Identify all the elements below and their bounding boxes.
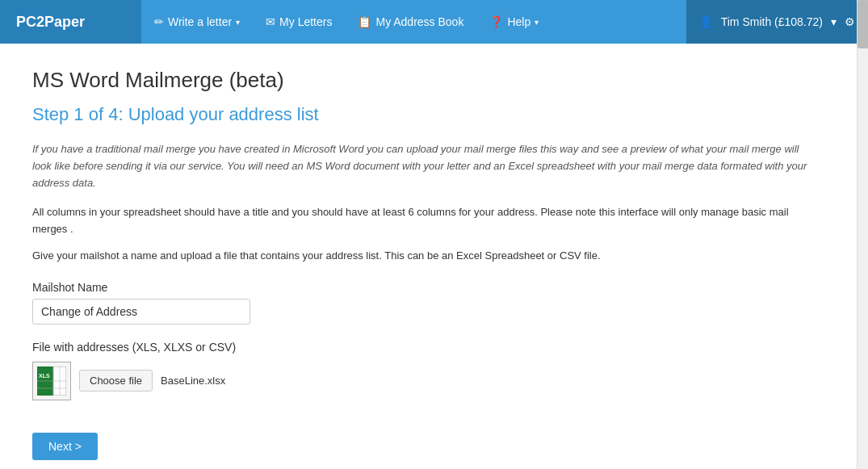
page-title: MS Word Mailmerge (beta) <box>32 68 816 93</box>
info-text-2: Give your mailshot a name and upload a f… <box>32 248 816 265</box>
file-label: File with addresses (XLS, XLXS or CSV) <box>32 341 816 354</box>
address-book-icon: 📋 <box>358 15 371 28</box>
next-button[interactable]: Next > <box>32 433 98 460</box>
chevron-down-icon: ▾ <box>236 18 240 27</box>
write-letter-icon: ✏ <box>154 15 164 28</box>
mailshot-label: Mailshot Name <box>32 281 816 294</box>
navbar-user[interactable]: 👤 Tim Smith (£108.72) ▾ ⚙ <box>686 0 868 44</box>
navbar: PC2Paper ✏ Write a letter ▾ ✉ My Letters… <box>0 0 868 44</box>
info-text-1: All columns in your spreadsheet should h… <box>32 204 816 238</box>
user-chevron-icon: ▾ <box>831 15 837 28</box>
user-label: Tim Smith (£108.72) <box>721 15 823 28</box>
description-text: If you have a traditional mail merge you… <box>32 141 816 191</box>
nav-my-letters-label: My Letters <box>279 15 332 28</box>
nav-write-letter-label: Write a letter <box>168 15 232 28</box>
nav-help[interactable]: ❓ Help ▾ <box>476 0 551 44</box>
file-row: XLS Choose file BaseLine.xlsx <box>32 362 816 400</box>
filename-text: BaseLine.xlsx <box>161 375 225 387</box>
navbar-brand[interactable]: PC2Paper <box>0 0 141 44</box>
choose-file-button[interactable]: Choose file <box>79 370 153 392</box>
scrollbar-thumb[interactable] <box>858 0 868 48</box>
svg-text:XLS: XLS <box>39 373 50 379</box>
navbar-items: ✏ Write a letter ▾ ✉ My Letters 📋 My Add… <box>141 0 686 44</box>
form-section: Mailshot Name <box>32 281 816 325</box>
mailshot-input[interactable] <box>32 299 250 325</box>
my-letters-icon: ✉ <box>266 15 275 28</box>
user-icon: 👤 <box>699 15 713 28</box>
nav-my-address-book[interactable]: 📋 My Address Book <box>345 0 476 44</box>
file-section: File with addresses (XLS, XLXS or CSV) X… <box>32 341 816 400</box>
brand-text: PC2Paper <box>16 14 85 31</box>
step-title: Step 1 of 4: Upload your address list <box>32 104 816 125</box>
help-icon: ❓ <box>489 15 503 28</box>
nav-my-letters[interactable]: ✉ My Letters <box>253 0 345 44</box>
help-chevron-icon: ▾ <box>535 18 539 27</box>
excel-file-icon: XLS <box>32 362 71 400</box>
nav-write-letter[interactable]: ✏ Write a letter ▾ <box>141 0 253 44</box>
settings-icon[interactable]: ⚙ <box>845 15 855 28</box>
page-wrapper: PC2Paper ✏ Write a letter ▾ ✉ My Letters… <box>0 0 868 469</box>
main-content: MS Word Mailmerge (beta) Step 1 of 4: Up… <box>0 44 848 469</box>
scrollbar[interactable] <box>857 0 868 469</box>
nav-address-book-label: My Address Book <box>375 15 463 28</box>
nav-help-label: Help <box>507 15 530 28</box>
excel-svg: XLS <box>37 366 66 396</box>
